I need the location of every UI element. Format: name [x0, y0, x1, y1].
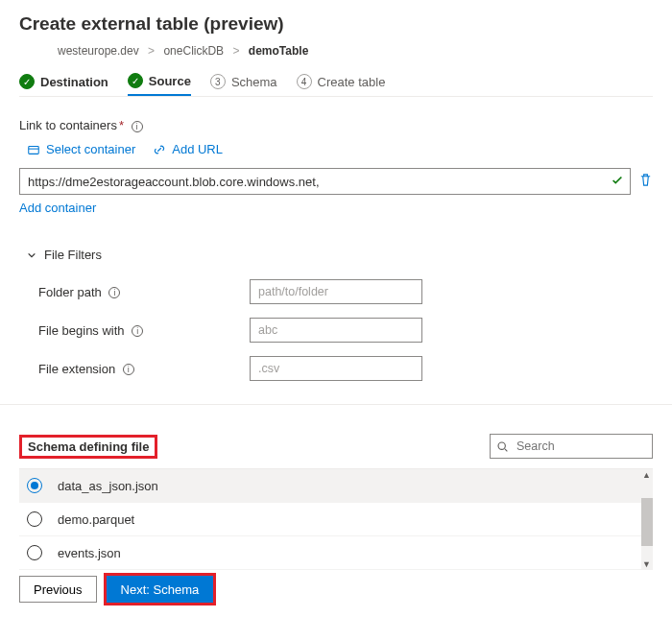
delete-url-button[interactable]: [638, 173, 653, 190]
step-number-icon: 3: [210, 74, 226, 89]
file-row[interactable]: events.json: [19, 536, 653, 570]
chevron-down-icon: [27, 250, 36, 260]
crumb-database[interactable]: oneClickDB: [163, 44, 224, 58]
breadcrumb: westeurope.dev > oneClickDB > demoTable: [58, 44, 653, 58]
step-destination[interactable]: Destination: [19, 73, 108, 96]
file-extension-label: File extension i: [38, 362, 250, 376]
container-url-input[interactable]: https://dme2estorageaccount.blob.core.wi…: [19, 168, 631, 195]
add-container-link[interactable]: Add container: [19, 201, 653, 215]
next-schema-button[interactable]: Next: Schema: [107, 576, 214, 603]
info-icon[interactable]: i: [123, 364, 134, 375]
step-number-icon: 4: [297, 74, 312, 89]
search-input[interactable]: [490, 434, 653, 459]
file-extension-input[interactable]: [250, 356, 422, 381]
crumb-cluster[interactable]: westeurope.dev: [58, 44, 139, 58]
previous-button[interactable]: Previous: [19, 576, 97, 603]
step-source[interactable]: Source: [128, 73, 191, 96]
info-icon[interactable]: i: [132, 325, 143, 337]
link-containers-label: Link to containers* i: [19, 118, 653, 132]
file-row[interactable]: demo.parquet: [19, 503, 653, 536]
select-container-link[interactable]: Select container: [27, 142, 135, 156]
divider: [0, 404, 672, 405]
wizard-steps: Destination Source 3 Schema 4 Create tab…: [19, 73, 653, 97]
file-filters-toggle[interactable]: File Filters: [27, 248, 653, 262]
info-icon[interactable]: i: [108, 287, 120, 298]
chevron-right-icon: >: [232, 44, 239, 58]
scroll-down-icon[interactable]: ▼: [642, 559, 651, 569]
crumb-table: demoTable: [249, 44, 308, 58]
radio-icon[interactable]: [27, 545, 42, 560]
step-create-table[interactable]: 4 Create table: [297, 73, 386, 96]
search-field[interactable]: [515, 439, 630, 454]
scroll-thumb[interactable]: [641, 498, 653, 546]
required-indicator: *: [119, 118, 124, 132]
checkmark-icon: [19, 74, 35, 89]
page-title: Create external table (preview): [19, 13, 653, 35]
svg-point-1: [498, 442, 505, 449]
chevron-right-icon: >: [148, 44, 155, 58]
schema-defining-file-header: Schema defining file: [19, 435, 157, 459]
folder-path-label: Folder path i: [38, 285, 250, 299]
checkmark-icon: [611, 174, 624, 187]
link-icon: [153, 143, 166, 156]
add-url-link[interactable]: Add URL: [153, 142, 223, 156]
file-row[interactable]: data_as_json.json: [19, 469, 653, 503]
file-name: demo.parquet: [58, 512, 134, 527]
container-icon: [27, 143, 40, 156]
svg-rect-0: [29, 146, 39, 154]
folder-path-input[interactable]: [250, 279, 422, 304]
file-begins-with-input[interactable]: [250, 318, 422, 343]
checkmark-icon: [128, 73, 143, 88]
scroll-up-icon[interactable]: ▲: [642, 470, 651, 480]
file-begins-with-label: File begins with i: [38, 323, 250, 338]
radio-icon[interactable]: [27, 511, 42, 527]
search-icon: [496, 440, 509, 453]
radio-icon[interactable]: [27, 478, 42, 493]
schema-file-list: data_as_json.json demo.parquet events.js…: [19, 468, 653, 570]
scrollbar[interactable]: ▲ ▼: [641, 469, 653, 570]
step-schema[interactable]: 3 Schema: [210, 73, 277, 96]
info-icon[interactable]: i: [132, 121, 143, 132]
file-name: events.json: [58, 546, 121, 560]
file-name: data_as_json.json: [58, 479, 158, 493]
trash-icon: [638, 173, 653, 187]
